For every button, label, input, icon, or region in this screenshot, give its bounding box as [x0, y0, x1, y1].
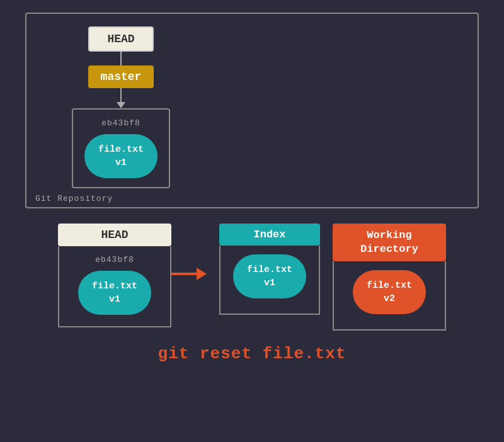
head-label-bottom: HEAD — [101, 229, 128, 241]
wd-col-body: file.txtv2 — [333, 261, 446, 331]
master-label: master — [101, 71, 142, 83]
git-command: git reset file.txt — [158, 344, 346, 363]
arrow-right-icon — [171, 268, 207, 280]
file-blob-index: file.txtv1 — [233, 254, 306, 298]
head-header: HEAD — [58, 224, 171, 246]
wd-header: WorkingDirectory — [333, 224, 446, 261]
col-head: HEAD eb43bf8 file.txtv1 — [58, 224, 171, 327]
commit-id-top: eb43bf8 — [101, 118, 140, 128]
file-blob-top: file.txtv1 — [84, 134, 158, 178]
top-nodes: HEAD master eb43bf8 file.txtv1 — [58, 26, 184, 188]
commit-id-bottom: eb43bf8 — [95, 255, 134, 264]
arrow-down-icon — [117, 102, 125, 108]
arrow-shaft — [171, 273, 197, 275]
bottom-section: HEAD eb43bf8 file.txtv1 Index file.txtv1 — [25, 224, 479, 363]
head-label-top: HEAD — [107, 33, 134, 45]
git-repository-section: HEAD master eb43bf8 file.txtv1 Git Repos… — [25, 13, 479, 208]
connector-block — [117, 88, 125, 108]
head-col-body: eb43bf8 file.txtv1 — [58, 246, 171, 327]
index-label: Index — [253, 229, 285, 241]
arrow-right-container — [171, 268, 207, 280]
connector-line-1 — [120, 52, 122, 65]
commit-box-top: eb43bf8 file.txtv1 — [72, 108, 170, 188]
index-col-body: file.txtv1 — [219, 246, 320, 315]
col-working-directory: WorkingDirectory file.txtv2 — [333, 224, 446, 331]
index-header: Index — [219, 224, 320, 246]
master-box: master — [88, 65, 154, 88]
repo-label: Git Repository — [35, 194, 113, 203]
arrow-head — [197, 268, 207, 280]
file-blob-wd: file.txtv2 — [353, 270, 426, 314]
git-command-text: git reset file.txt — [158, 344, 346, 363]
connector-line-2 — [120, 88, 122, 102]
head-box-top: HEAD — [88, 26, 153, 52]
col-index: Index file.txtv1 — [219, 224, 320, 315]
file-blob-head: file.txtv1 — [78, 271, 151, 315]
three-columns: HEAD eb43bf8 file.txtv1 Index file.txtv1 — [25, 224, 479, 331]
